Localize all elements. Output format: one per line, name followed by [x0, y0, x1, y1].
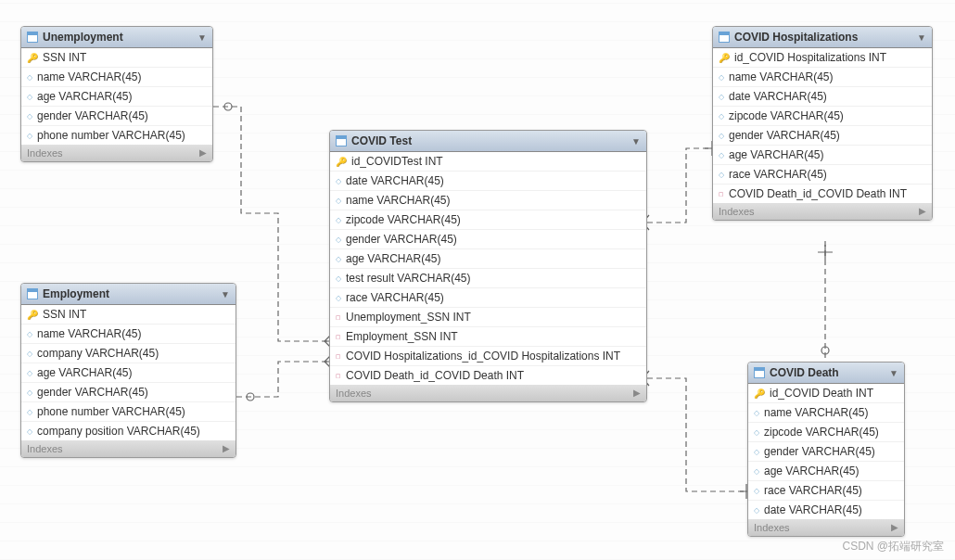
column-list: 🔑id_COVIDTest INT◇date VARCHAR(45)◇name … — [330, 152, 646, 385]
table-icon — [719, 32, 730, 43]
column-row[interactable]: ◇gender VARCHAR(45) — [748, 442, 904, 462]
column-row[interactable]: ◇zipcode VARCHAR(45) — [713, 107, 932, 126]
table-title: COVID Death — [770, 366, 885, 379]
column-icon: ◇ — [27, 112, 32, 121]
column-row[interactable]: 🔑id_COVIDTest INT — [330, 152, 646, 172]
column-label: age VARCHAR(45) — [37, 90, 132, 103]
column-label: company position VARCHAR(45) — [37, 425, 200, 438]
column-row[interactable]: ◇race VARCHAR(45) — [330, 288, 646, 308]
column-row[interactable]: ◇zipcode VARCHAR(45) — [748, 423, 904, 442]
column-icon: ◇ — [719, 112, 724, 121]
column-row[interactable]: ◇name VARCHAR(45) — [748, 403, 904, 423]
column-row[interactable]: ◇name VARCHAR(45) — [330, 191, 646, 210]
table-header[interactable]: COVID Death ▼ — [748, 363, 904, 384]
column-icon: ◇ — [719, 73, 724, 82]
foreign-key-icon: ◇ — [334, 312, 344, 323]
indexes-section[interactable]: Indexes ▶ — [21, 145, 212, 161]
column-row[interactable]: ◇COVID Hospitalizations_id_COVID Hospita… — [330, 347, 646, 366]
column-row[interactable]: ◇date VARCHAR(45) — [713, 87, 932, 107]
column-row[interactable]: ◇gender VARCHAR(45) — [21, 107, 212, 126]
column-row[interactable]: 🔑id_COVID Death INT — [748, 384, 904, 403]
column-icon: ◇ — [27, 369, 32, 377]
chevron-down-icon: ▼ — [917, 32, 926, 43]
column-row[interactable]: ◇COVID Death_id_COVID Death INT — [713, 185, 932, 203]
column-icon: ◇ — [336, 177, 341, 185]
column-row[interactable]: 🔑SSN INT — [21, 305, 236, 325]
column-row[interactable]: ◇age VARCHAR(45) — [21, 363, 236, 383]
column-row[interactable]: ◇Employment_SSN INT — [330, 327, 646, 347]
column-row[interactable]: ◇name VARCHAR(45) — [713, 68, 932, 87]
primary-key-icon: 🔑 — [719, 53, 730, 63]
column-icon: ◇ — [336, 294, 341, 302]
column-label: id_COVIDTest INT — [351, 155, 443, 168]
table-title: COVID Hospitalizations — [734, 31, 912, 44]
column-row[interactable]: ◇gender VARCHAR(45) — [713, 126, 932, 146]
column-row[interactable]: ◇zipcode VARCHAR(45) — [330, 210, 646, 230]
column-row[interactable]: ◇age VARCHAR(45) — [713, 146, 932, 165]
column-label: gender VARCHAR(45) — [764, 445, 875, 458]
indexes-section[interactable]: Indexes ▶ — [748, 519, 904, 536]
column-icon: ◇ — [719, 93, 724, 101]
column-row[interactable]: 🔑id_COVID Hospitalizations INT — [713, 48, 932, 68]
column-label: COVID Death_id_COVID Death INT — [346, 369, 524, 382]
column-row[interactable]: ◇name VARCHAR(45) — [21, 68, 212, 87]
column-label: COVID Hospitalizations_id_COVID Hospital… — [346, 350, 620, 363]
column-label: name VARCHAR(45) — [346, 194, 450, 207]
column-icon: ◇ — [336, 255, 341, 263]
column-row[interactable]: ◇race VARCHAR(45) — [748, 481, 904, 501]
column-label: gender VARCHAR(45) — [37, 386, 148, 399]
table-header[interactable]: COVID Test ▼ — [330, 131, 646, 152]
primary-key-icon: 🔑 — [27, 53, 38, 63]
column-label: age VARCHAR(45) — [346, 252, 440, 265]
table-header[interactable]: COVID Hospitalizations ▼ — [713, 27, 932, 48]
foreign-key-icon: ◇ — [334, 371, 344, 381]
column-label: zipcode VARCHAR(45) — [729, 109, 844, 122]
column-row[interactable]: 🔑SSN INT — [21, 48, 212, 68]
column-row[interactable]: ◇company position VARCHAR(45) — [21, 422, 236, 440]
column-row[interactable]: ◇phone number VARCHAR(45) — [21, 126, 212, 145]
table-icon — [27, 288, 38, 299]
watermark: CSDN @拓端研究室 — [842, 539, 944, 554]
column-label: race VARCHAR(45) — [764, 484, 862, 497]
entity-employment[interactable]: Employment ▼ 🔑SSN INT◇name VARCHAR(45)◇c… — [20, 283, 236, 458]
column-row[interactable]: ◇COVID Death_id_COVID Death INT — [330, 366, 646, 385]
column-row[interactable]: ◇age VARCHAR(45) — [21, 87, 212, 107]
column-list: 🔑SSN INT◇name VARCHAR(45)◇age VARCHAR(45… — [21, 48, 212, 145]
entity-unemployment[interactable]: Unemployment ▼ 🔑SSN INT◇name VARCHAR(45)… — [20, 26, 213, 162]
column-label: race VARCHAR(45) — [729, 168, 827, 181]
indexes-section[interactable]: Indexes ▶ — [330, 385, 646, 401]
column-row[interactable]: ◇Unemployment_SSN INT — [330, 308, 646, 327]
column-row[interactable]: ◇company VARCHAR(45) — [21, 344, 236, 363]
entity-covid-test[interactable]: COVID Test ▼ 🔑id_COVIDTest INT◇date VARC… — [329, 130, 647, 402]
indexes-section[interactable]: Indexes ▶ — [21, 440, 236, 457]
column-row[interactable]: ◇date VARCHAR(45) — [748, 501, 904, 519]
column-row[interactable]: ◇name VARCHAR(45) — [21, 325, 236, 344]
column-label: Employment_SSN INT — [346, 330, 458, 343]
table-title: Employment — [43, 287, 216, 300]
column-label: date VARCHAR(45) — [764, 503, 862, 516]
column-icon: ◇ — [754, 487, 759, 495]
svg-point-0 — [224, 103, 232, 110]
column-label: SSN INT — [43, 308, 86, 321]
indexes-section[interactable]: Indexes ▶ — [713, 203, 932, 220]
entity-covid-hospitalizations[interactable]: COVID Hospitalizations ▼ 🔑id_COVID Hospi… — [712, 26, 933, 221]
column-icon: ◇ — [27, 408, 32, 416]
column-row[interactable]: ◇test result VARCHAR(45) — [330, 269, 646, 288]
column-icon: ◇ — [719, 132, 724, 140]
table-header[interactable]: Unemployment ▼ — [21, 27, 212, 48]
primary-key-icon: 🔑 — [754, 388, 765, 399]
column-row[interactable]: ◇age VARCHAR(45) — [748, 462, 904, 481]
entity-covid-death[interactable]: COVID Death ▼ 🔑id_COVID Death INT◇name V… — [747, 362, 905, 537]
column-row[interactable]: ◇race VARCHAR(45) — [713, 165, 932, 185]
column-row[interactable]: ◇gender VARCHAR(45) — [21, 383, 236, 402]
column-label: gender VARCHAR(45) — [37, 109, 148, 122]
column-row[interactable]: ◇age VARCHAR(45) — [330, 249, 646, 269]
chevron-right-icon: ▶ — [891, 522, 898, 533]
column-row[interactable]: ◇phone number VARCHAR(45) — [21, 402, 236, 422]
column-row[interactable]: ◇gender VARCHAR(45) — [330, 230, 646, 249]
column-row[interactable]: ◇date VARCHAR(45) — [330, 172, 646, 191]
table-header[interactable]: Employment ▼ — [21, 284, 236, 305]
chevron-down-icon: ▼ — [197, 32, 207, 43]
column-label: age VARCHAR(45) — [764, 465, 859, 477]
column-icon: ◇ — [719, 171, 724, 179]
